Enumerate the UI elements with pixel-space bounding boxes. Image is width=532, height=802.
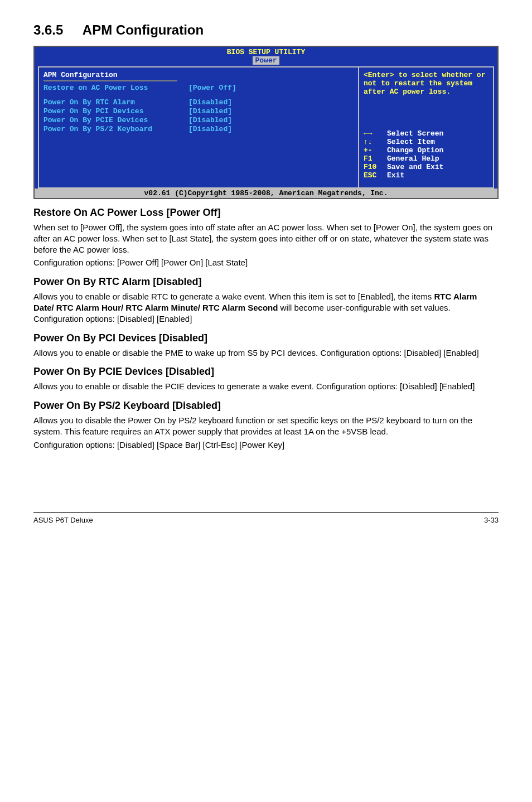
bios-setting-row: Power On By PCI Devices [Disabled] — [43, 107, 354, 115]
bios-key-label: Change Option — [387, 146, 443, 154]
bios-setting-row: Restore on AC Power Loss [Power Off] — [43, 84, 354, 92]
bios-key-label: Select Screen — [387, 129, 443, 138]
section-header: 3.6.5 APM Configuration — [33, 22, 499, 38]
bios-key-legend: ←→ Select Screen ↑↓ Select Item +- Chang… — [364, 129, 489, 184]
bios-key-row: ESC Exit — [364, 171, 489, 180]
arrow-leftright-icon: ←→ — [364, 129, 387, 138]
arrow-updown-icon: ↑↓ — [364, 138, 387, 146]
body-text: Configuration options: [Power Off] [Powe… — [33, 257, 499, 268]
bios-title-bar: BIOS SETUP UTILITY Power — [35, 47, 497, 66]
bios-header: BIOS SETUP UTILITY — [227, 48, 305, 56]
f1-key: F1 — [364, 154, 387, 163]
bios-setting-value: [Power Off] — [188, 84, 236, 92]
section-title: APM Configuration — [83, 22, 204, 38]
bios-setting-value: [Disabled] — [188, 116, 232, 124]
bios-key-label: Select Item — [387, 138, 435, 146]
bios-setting-row: Power On By RTC Alarm [Disabled] — [43, 98, 354, 107]
plus-minus-icon: +- — [364, 146, 387, 154]
bios-panel-title: APM Configuration — [43, 71, 354, 79]
bios-left-panel: APM Configuration Restore on AC Power Lo… — [39, 67, 359, 187]
bios-setting-label: Power On By PCIE Devices — [43, 116, 188, 124]
body-text: Allows you to enable or disable RTC to g… — [33, 291, 499, 324]
bios-key-row: F10 Save and Exit — [364, 163, 489, 171]
f10-key: F10 — [364, 163, 387, 171]
bios-key-label: Exit — [387, 171, 404, 180]
subsection-title: Power On By PCI Devices [Disabled] — [33, 332, 499, 344]
bios-right-panel: <Enter> to select whether or not to rest… — [359, 67, 493, 187]
esc-key: ESC — [364, 171, 387, 180]
bios-setting-value: [Disabled] — [188, 107, 232, 115]
body-text: Allows you to disable the Power On by PS… — [33, 415, 499, 437]
subsection-title: Restore On AC Power Loss [Power Off] — [33, 207, 499, 219]
bios-active-tab: Power — [253, 56, 279, 65]
bios-key-row: ←→ Select Screen — [364, 129, 489, 138]
body-text: When set to [Power Off], the system goes… — [33, 222, 499, 255]
text-span: Allows you to enable or disable RTC to g… — [33, 292, 434, 301]
bios-setting-label: Restore on AC Power Loss — [43, 84, 188, 92]
bios-content: APM Configuration Restore on AC Power Lo… — [38, 66, 494, 189]
section-number: 3.6.5 — [33, 22, 63, 38]
bios-help-text: <Enter> to select whether or not to rest… — [364, 71, 489, 96]
subsection-title: Power On By RTC Alarm [Disabled] — [33, 276, 499, 288]
subsection-title: Power On By PS/2 Keyboard [Disabled] — [33, 400, 499, 412]
bios-setting-row: Power On By PCIE Devices [Disabled] — [43, 116, 354, 124]
bios-setting-value: [Disabled] — [188, 98, 232, 107]
bios-setting-row: Power On By PS/2 Keyboard [Disabled] — [43, 125, 354, 133]
bios-setting-value: [Disabled] — [188, 125, 232, 133]
subsection-title: Power On By PCIE Devices [Disabled] — [33, 366, 499, 378]
bios-key-row: ↑↓ Select Item — [364, 138, 489, 146]
bios-setting-label: Power On By RTC Alarm — [43, 98, 188, 107]
bios-screenshot: BIOS SETUP UTILITY Power APM Configurati… — [33, 46, 499, 199]
bios-key-row: F1 General Help — [364, 154, 489, 163]
footer-left: ASUS P6T Deluxe — [33, 516, 93, 524]
body-text: Allows you to enable or disable the PME … — [33, 347, 499, 359]
bios-key-row: +- Change Option — [364, 146, 489, 154]
body-text: Allows you to enable or disable the PCIE… — [33, 381, 499, 392]
bios-footer: v02.61 (C)Copyright 1985-2008, American … — [35, 189, 497, 198]
bios-key-label: Save and Exit — [387, 163, 443, 171]
body-text: Configuration options: [Disabled] [Space… — [33, 439, 499, 451]
bios-key-label: General Help — [387, 154, 439, 163]
bios-setting-label: Power On By PCI Devices — [43, 107, 188, 115]
bios-divider — [43, 80, 177, 81]
page-footer: ASUS P6T Deluxe 3-33 — [33, 512, 499, 524]
bios-setting-label: Power On By PS/2 Keyboard — [43, 125, 188, 133]
footer-right: 3-33 — [484, 516, 499, 524]
